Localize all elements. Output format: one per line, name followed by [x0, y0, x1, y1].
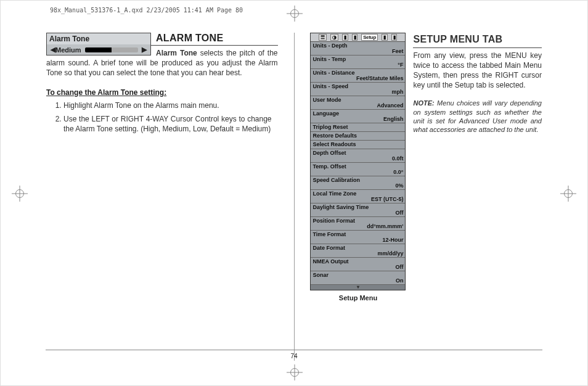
menu-row: User ModeAdvanced: [311, 96, 405, 110]
scroll-down-icon: ▾: [311, 285, 405, 290]
menu-row-value: mph: [312, 89, 403, 95]
file-header: 98x_Manual_531376-1_A.qxd 2/23/2005 11:4…: [50, 7, 243, 14]
menu-row-label: Select Readouts: [312, 141, 403, 147]
menu-row-value: Feet/Statute Miles: [312, 75, 403, 81]
menu-row-value: dd°mm.mmm': [312, 223, 403, 229]
registration-mark-left: [12, 186, 28, 202]
registration-mark-bottom: [287, 364, 303, 380]
alarm-widget-value: Medium: [55, 46, 81, 54]
registration-mark-top: [287, 6, 303, 22]
menu-row-value: Feet: [312, 48, 403, 54]
menu-row-value: 0.0°: [312, 169, 403, 175]
setup-menu-caption: Setup Menu: [310, 294, 406, 302]
menu-row: Depth Offset0.0ft: [311, 149, 405, 163]
tab-icon: ▮: [391, 34, 398, 41]
tab-icon: ▮: [382, 34, 388, 41]
setup-tab: Setup: [361, 34, 378, 41]
left-column: Alarm Tone ◀ Medium ▶ ALARM TONE Alarm T…: [46, 33, 278, 361]
menu-row-value: 12-Hour: [312, 237, 403, 243]
registration-mark-right: [560, 186, 576, 202]
menu-row: Triplog Reset: [311, 123, 405, 132]
menu-row-label: Triplog Reset: [312, 124, 403, 130]
menu-row: Select Readouts: [311, 141, 405, 149]
menu-row: Local Time ZoneEST (UTC-5): [311, 190, 405, 203]
heading-divider: [413, 47, 542, 48]
step-item: Use the LEFT or RIGHT 4-WAY Cursor Contr…: [63, 114, 272, 134]
menu-row-value: EST (UTC-5): [312, 196, 403, 202]
setup-note: NOTE: Menu choices will vary depending o…: [413, 99, 542, 134]
menu-row-value: On: [312, 277, 403, 284]
step-item: Highlight Alarm Tone on the Alarms main …: [63, 101, 272, 110]
menu-row: Units - DepthFeet: [311, 42, 405, 55]
alarm-widget-slider: [85, 47, 138, 52]
arrow-left-icon: ◀: [51, 46, 55, 54]
page-content: Alarm Tone ◀ Medium ▶ ALARM TONE Alarm T…: [46, 33, 542, 361]
menu-row: NMEA OutputOff: [311, 258, 405, 271]
alarm-steps-list: Highlight Alarm Tone on the Alarms main …: [63, 101, 278, 134]
tab-icon: ◑: [330, 34, 338, 41]
page-number: 74: [46, 350, 542, 359]
menu-row-value: °F: [312, 62, 403, 68]
menu-row-value: 0.0ft: [312, 155, 403, 162]
menu-row-value: English: [312, 116, 403, 122]
alarm-lead-strong: Alarm Tone: [156, 49, 197, 57]
menu-row: Temp. Offset0.0°: [311, 163, 405, 176]
menu-row: Units - Speedmph: [311, 83, 405, 96]
section-heading-setup: SETUP MENU TAB: [413, 33, 542, 46]
menu-row-value: Off: [312, 210, 403, 216]
menu-row-value: mm/dd/yy: [312, 250, 403, 257]
tab-icon: ☰: [319, 34, 327, 41]
tab-bar: ☰ ◑ ▮ ▮ Setup ▮ ▮: [311, 33, 405, 42]
menu-row: Units - DistanceFeet/Statute Miles: [311, 69, 405, 83]
tab-icon: ▮: [342, 34, 348, 41]
menu-row-value: Advanced: [312, 102, 403, 109]
menu-row: Position Formatdd°mm.mmm': [311, 217, 405, 231]
note-label: NOTE:: [413, 99, 434, 107]
arrow-right-icon: ▶: [142, 46, 147, 54]
setup-menu-column: ☰ ◑ ▮ ▮ Setup ▮ ▮ Units - DepthFeetUnits…: [310, 33, 406, 302]
setup-text-column: SETUP MENU TAB From any view, press the …: [413, 33, 542, 302]
alarm-tone-widget: Alarm Tone ◀ Medium ▶: [46, 33, 151, 55]
menu-row-value: Off: [312, 264, 403, 270]
menu-row: LanguageEnglish: [311, 110, 405, 123]
menu-row: Restore Defaults: [311, 132, 405, 141]
menu-row-label: Restore Defaults: [312, 133, 403, 139]
menu-row: Units - Temp°F: [311, 55, 405, 69]
menu-row: SonarOn: [311, 271, 405, 285]
menu-row-value: 0%: [312, 183, 403, 189]
menu-row: Date Formatmm/dd/yy: [311, 244, 405, 258]
menu-row: Time Format12-Hour: [311, 231, 405, 244]
menu-row: Speed Calibration0%: [311, 176, 405, 190]
column-divider: [294, 33, 295, 361]
setup-menu-screenshot: ☰ ◑ ▮ ▮ Setup ▮ ▮ Units - DepthFeetUnits…: [310, 33, 406, 290]
right-column: ☰ ◑ ▮ ▮ Setup ▮ ▮ Units - DepthFeetUnits…: [310, 33, 542, 361]
alarm-widget-title: Alarm Tone: [47, 33, 150, 44]
alarm-widget-value-row: ◀ Medium ▶: [47, 44, 150, 55]
setup-body-text: From any view, press the MENU key twice …: [413, 51, 542, 91]
menu-row: Daylight Saving TimeOff: [311, 203, 405, 217]
alarm-subheading: To change the Alarm Tone setting:: [46, 88, 278, 97]
tab-icon: ▮: [352, 34, 358, 41]
